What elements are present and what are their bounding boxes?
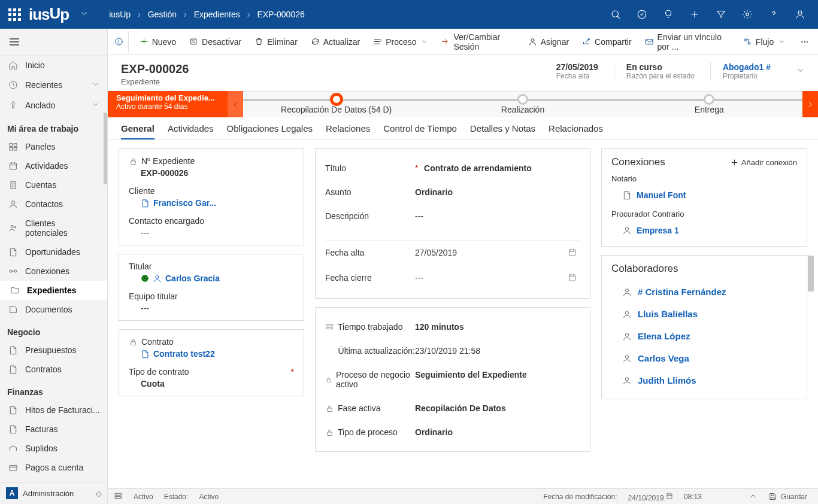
field-equipo[interactable]: --- — [129, 303, 294, 313]
add-icon[interactable] — [681, 0, 708, 29]
bpf-stage-3[interactable]: Entrega — [616, 92, 802, 117]
breadcrumb-item[interactable]: iusUp — [109, 10, 131, 19]
nav-hitos[interactable]: Hitos de Facturaci... — [0, 400, 107, 420]
bpf-stage-2[interactable]: Realización — [429, 92, 616, 117]
cmd-actualizar[interactable]: Actualizar — [305, 34, 366, 50]
status-toggle-icon[interactable] — [114, 491, 123, 502]
tab-relacionados[interactable]: Relacionados — [549, 123, 603, 139]
svg-point-8 — [746, 13, 749, 16]
header-date-value: 27/05/2019 — [556, 62, 598, 72]
nav-presupuestos[interactable]: Presupuestos — [0, 341, 107, 360]
env-switcher[interactable] — [80, 9, 89, 20]
field-titulo[interactable]: Contrato de arrendamiento — [424, 163, 580, 173]
task-icon[interactable] — [629, 0, 655, 29]
nav-inicio[interactable]: Inicio — [0, 56, 107, 75]
nav-conexiones[interactable]: Conexiones — [0, 262, 107, 281]
nav-section-finanzas: Finanzas — [0, 379, 107, 400]
collab-item[interactable]: Lluis Baliellas — [611, 303, 797, 325]
bpf-stage-1[interactable]: Recopilación De Datos (54 D) — [243, 92, 429, 117]
nav-contactos[interactable]: Contactos — [0, 195, 107, 214]
add-connection-button[interactable]: Añadir conexión — [730, 158, 797, 167]
sidebar-scrollbar[interactable] — [104, 113, 107, 184]
cmd-asignar[interactable]: Asignar — [522, 34, 575, 50]
collab-item[interactable]: Elena López — [611, 325, 797, 347]
status-estado-value: Activo — [199, 493, 219, 501]
cmd-desactivar[interactable]: Desactivar — [183, 34, 247, 50]
tab-actividades[interactable]: Actividades — [168, 123, 214, 139]
header-owner-value[interactable]: Abogado1 # — [723, 62, 771, 72]
bpf-prev[interactable] — [228, 91, 243, 117]
save-button[interactable]: Guardar — [768, 492, 807, 501]
breadcrumb-item[interactable]: Expedientes — [194, 10, 240, 19]
nav-contratos[interactable]: Contratos — [0, 360, 107, 379]
conn-notario[interactable]: Manuel Font — [611, 187, 797, 204]
field-titular[interactable]: Carlos Gracía — [129, 274, 294, 283]
tab-detalles[interactable]: Detalles y Notas — [470, 123, 535, 139]
tab-control-tiempo[interactable]: Control de Tiempo — [383, 123, 457, 139]
status-mod-label: Fecha de modificación: — [543, 493, 617, 501]
back-button[interactable] — [110, 31, 129, 53]
breadcrumb-item[interactable]: Gestión — [148, 10, 177, 19]
user-icon[interactable] — [787, 0, 813, 29]
svg-rect-11 — [14, 144, 17, 147]
header-expand[interactable] — [796, 66, 805, 77]
cmd-eliminar[interactable]: Eliminar — [249, 34, 304, 50]
field-tipo-contrato[interactable]: Cuota — [129, 379, 294, 388]
breadcrumb-item: EXP-000026 — [257, 10, 304, 19]
tab-relaciones[interactable]: Relaciones — [326, 123, 370, 139]
svg-rect-21 — [646, 40, 652, 44]
record-title: EXP-000026 — [121, 62, 189, 76]
nav-actividades[interactable]: Actividades — [0, 156, 107, 175]
nav-recientes[interactable]: Recientes — [0, 75, 107, 95]
cmd-compartir[interactable]: Compartir — [576, 34, 637, 50]
svg-rect-22 — [327, 324, 333, 326]
conn-procurador[interactable]: Empresa 1 — [611, 222, 797, 239]
field-num-expediente[interactable]: EXP-000026 — [129, 168, 294, 178]
filter-icon[interactable] — [708, 0, 734, 29]
assistant-icon[interactable] — [655, 0, 681, 29]
field-cliente[interactable]: Francisco Gar... — [129, 198, 294, 208]
settings-icon[interactable] — [734, 0, 761, 29]
nav-clientes-potenciales[interactable]: Clientes potenciales — [0, 214, 107, 242]
field-asunto[interactable]: Ordinario — [415, 187, 580, 197]
collab-item[interactable]: Carlos Vega — [611, 347, 797, 369]
nav-expedientes[interactable]: Expedientes — [0, 281, 107, 300]
status-expand[interactable] — [749, 491, 758, 502]
collab-item[interactable]: # Cristina Fernández — [611, 281, 797, 303]
calendar-icon[interactable] — [568, 248, 577, 259]
cmd-nuevo[interactable]: Nuevo — [134, 34, 182, 50]
nav-documentos[interactable]: Documentos — [0, 300, 107, 319]
area-switcher[interactable]: A Administración ◇ — [0, 482, 108, 504]
nav-anclado[interactable]: Anclado — [0, 95, 107, 116]
nav-suplidos[interactable]: Suplidos — [0, 439, 107, 458]
search-icon[interactable] — [602, 0, 629, 29]
cmd-sesion[interactable]: Ver/Cambiar Sesión — [435, 29, 520, 55]
nav-section-negocio: Negocio — [0, 319, 107, 341]
nav-pagos[interactable]: Pagos a cuenta — [0, 458, 107, 477]
cmd-proceso[interactable]: Proceso — [367, 34, 434, 50]
cmd-overflow[interactable]: ⋯ — [795, 34, 816, 50]
sidebar-toggle[interactable] — [0, 29, 107, 56]
calendar-icon[interactable] — [568, 273, 577, 284]
field-fecha-alta[interactable]: 27/05/2019 — [415, 248, 568, 257]
bpf-next[interactable] — [802, 91, 818, 117]
field-descripcion[interactable]: --- — [415, 211, 580, 221]
collab-item[interactable]: Judith Llimós — [611, 369, 797, 391]
bpf-active-stage[interactable]: Seguimiento del Expedie... Activo durant… — [108, 91, 228, 117]
svg-rect-25 — [116, 496, 122, 498]
nav-facturas[interactable]: Facturas — [0, 420, 107, 439]
nav-oportunidades[interactable]: Oportunidades — [0, 242, 107, 262]
field-contrato[interactable]: Contrato test22 — [129, 349, 294, 359]
tab-obligaciones[interactable]: Obligaciones Legales — [227, 123, 313, 139]
tab-general[interactable]: General — [121, 123, 154, 139]
field-fecha-cierre[interactable]: --- — [415, 273, 568, 283]
nav-cuentas[interactable]: Cuentas — [0, 175, 107, 195]
collab-scrollbar[interactable] — [808, 256, 814, 292]
help-icon[interactable] — [761, 0, 787, 29]
cmd-enviar-vinculo[interactable]: Enviar un vínculo por ... — [639, 29, 736, 55]
cmd-flujo[interactable]: Flujo — [737, 34, 791, 50]
nav-paneles[interactable]: Paneles — [0, 137, 107, 156]
card-conexiones: ConexionesAñadir conexión Notario Manuel… — [601, 148, 807, 247]
field-contacto[interactable]: --- — [129, 228, 294, 238]
app-launcher-icon[interactable] — [7, 7, 22, 22]
